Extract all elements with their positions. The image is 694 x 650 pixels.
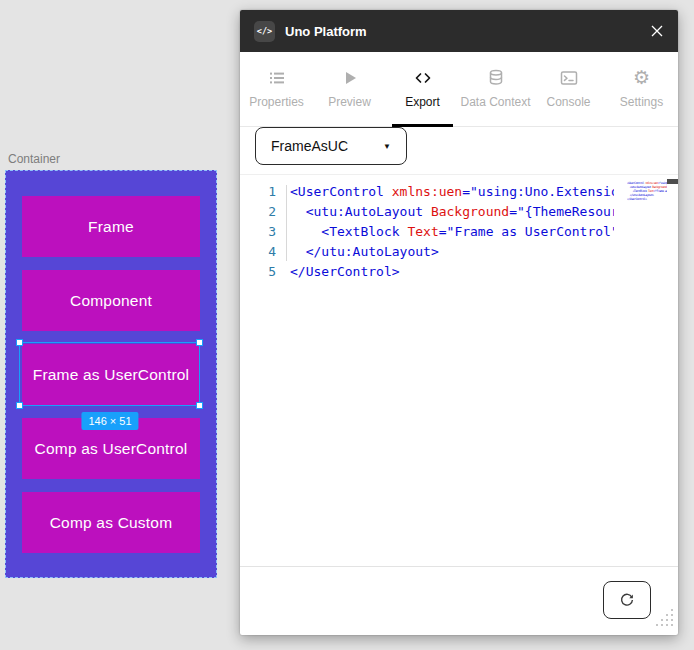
play-icon	[341, 69, 359, 87]
tab-settings[interactable]: ⚙ Settings	[605, 52, 678, 126]
minimap[interactable]: <UserControl xmlns:uen="using:Uno.Extens…	[627, 181, 667, 201]
bottom-bar	[240, 566, 678, 635]
dropdown-value: FrameAsUC	[271, 138, 348, 154]
export-target-dropdown[interactable]: FrameAsUC ▼	[255, 127, 407, 165]
size-badge: 146 × 51	[81, 412, 138, 430]
tab-label: Settings	[620, 95, 663, 109]
code-line: 2 <utu:AutoLayout Background="{ThemeReso…	[240, 202, 678, 222]
tab-label: Console	[546, 95, 590, 109]
plugin-title: Uno Platform	[285, 24, 367, 39]
tab-label: Export	[405, 95, 440, 109]
tab-label: Preview	[328, 95, 371, 109]
chevron-down-icon: ▼	[383, 142, 391, 151]
tab-export[interactable]: Export	[386, 52, 459, 126]
terminal-icon	[560, 69, 578, 87]
tab-data-context[interactable]: Data Context	[459, 52, 532, 126]
gear-icon: ⚙	[633, 69, 650, 87]
code-line: 4 </utu:AutoLayout>	[240, 242, 678, 262]
tab-label: Data Context	[460, 95, 530, 109]
tab-bar: Properties Preview Export Data Context	[240, 52, 678, 127]
code-line: 5 </UserControl>	[240, 262, 678, 282]
selection-outline[interactable]	[19, 342, 200, 406]
uno-platform-plugin-window: </> Uno Platform Properties Preview	[240, 10, 678, 635]
canvas-button-component[interactable]: Component	[22, 270, 200, 331]
canvas-button-comp-as-custom[interactable]: Comp as Custom	[22, 492, 200, 553]
plugin-header: </> Uno Platform	[240, 10, 678, 52]
container-frame-label[interactable]: Container	[8, 152, 60, 166]
code-editor[interactable]: 1 <UserControl xmlns:uen="using:Uno.Exte…	[240, 174, 678, 566]
uno-logo-icon: </>	[254, 21, 275, 42]
selection-handle-sw[interactable]	[16, 402, 23, 409]
code-text[interactable]: </UserControl>	[276, 262, 614, 282]
selection-handle-nw[interactable]	[16, 339, 23, 346]
tab-properties[interactable]: Properties	[240, 52, 313, 126]
code-line: 3 <TextBlock Text="Frame as UserControl"	[240, 222, 678, 242]
line-number: 5	[240, 262, 276, 282]
database-icon	[487, 69, 505, 87]
scrollbar-thumb[interactable]	[667, 179, 678, 184]
code-icon	[414, 69, 432, 87]
resize-grip[interactable]	[654, 607, 676, 633]
line-number: 3	[240, 222, 276, 242]
tab-preview[interactable]: Preview	[313, 52, 386, 126]
canvas-button-frame[interactable]: Frame	[22, 196, 200, 257]
indent-guide	[286, 185, 287, 261]
line-number: 4	[240, 242, 276, 262]
code-text[interactable]: <TextBlock Text="Frame as UserControl"	[276, 222, 614, 242]
selection-handle-se[interactable]	[196, 402, 203, 409]
tab-console[interactable]: Console	[532, 52, 605, 126]
code-area: 1 <UserControl xmlns:uen="using:Uno.Exte…	[240, 175, 678, 282]
minimap-line: </UserControl>	[627, 197, 667, 201]
selection-handle-ne[interactable]	[196, 339, 203, 346]
tab-label: Properties	[249, 95, 304, 109]
line-number: 2	[240, 202, 276, 222]
code-text[interactable]: <utu:AutoLayout Background="{ThemeResour…	[276, 202, 614, 222]
line-number: 1	[240, 182, 276, 202]
close-button[interactable]	[650, 24, 664, 38]
code-text[interactable]: <UserControl xmlns:uen="using:Uno.Extens…	[276, 182, 614, 202]
refresh-button[interactable]	[603, 581, 651, 619]
code-text[interactable]: </utu:AutoLayout>	[276, 242, 614, 262]
list-icon	[268, 69, 286, 87]
refresh-icon	[619, 592, 635, 608]
code-line: 1 <UserControl xmlns:uen="using:Uno.Exte…	[240, 182, 678, 202]
close-icon	[650, 24, 664, 38]
